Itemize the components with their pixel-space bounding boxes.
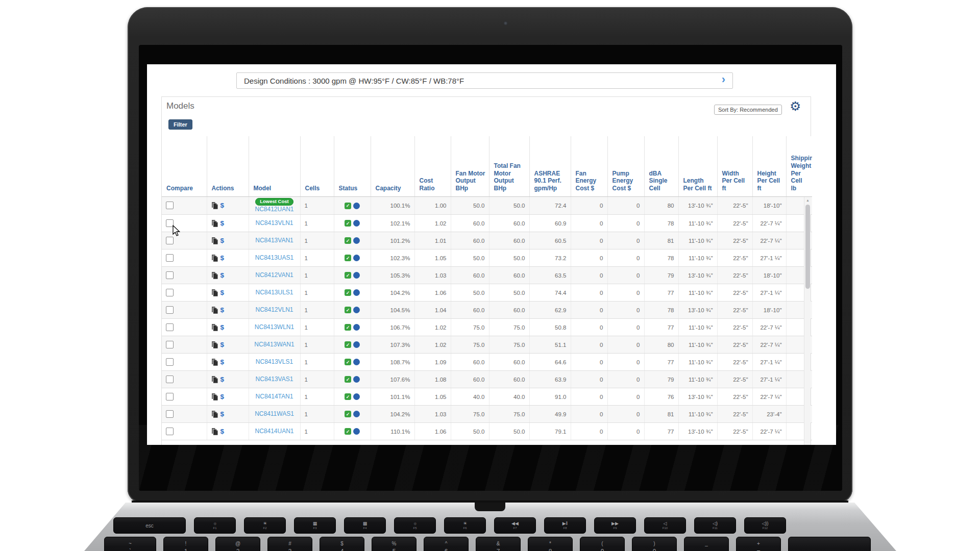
keyboard-number-row: ~`!1@2#3$4%5^6&7*8(9)0_-+=delete (104, 537, 871, 551)
copy-icon[interactable] (211, 393, 218, 400)
compare-checkbox[interactable] (166, 306, 174, 314)
keyboard-key-f6: ☀F6 (444, 517, 486, 534)
cell-fan-energy-cost: 0 (571, 354, 607, 371)
copy-icon[interactable] (211, 307, 218, 314)
cell-cost-ratio: 1.03 (414, 406, 451, 423)
green-check-icon: ✓ (345, 237, 351, 244)
cell-fan-bhp: 40.0 (451, 388, 489, 406)
model-link[interactable]: NC8412VLN1 (255, 306, 293, 313)
cost-dollar-icon[interactable]: $ (220, 271, 225, 279)
cell-status: ✓ (334, 215, 371, 232)
compare-checkbox[interactable] (166, 289, 174, 296)
compare-checkbox[interactable] (166, 202, 174, 209)
copy-icon[interactable] (211, 202, 218, 209)
chevron-right-icon[interactable]: › (722, 74, 725, 85)
column-header-dba: dBA Single Cell (644, 136, 678, 196)
cell-fan-energy-cost: 0 (571, 371, 607, 388)
blue-seal-icon (353, 376, 360, 383)
cell-dba: 77 (644, 319, 678, 336)
copy-icon[interactable] (211, 376, 218, 383)
cost-dollar-icon[interactable]: $ (220, 254, 225, 262)
design-conditions-bar[interactable]: Design Conditions : 3000 gpm @ HW:95°F /… (236, 72, 733, 89)
copy-icon[interactable] (211, 289, 218, 296)
compare-checkbox[interactable] (166, 271, 174, 279)
cell-fan-energy-cost: 0 (571, 196, 607, 215)
compare-checkbox[interactable] (166, 393, 174, 400)
cell-fan-bhp: 75.0 (451, 319, 489, 336)
keyboard-key-delete: delete (788, 537, 871, 551)
cell-total-fan-bhp: 75.0 (489, 319, 529, 336)
copy-icon[interactable] (211, 237, 218, 244)
model-link[interactable]: NC8413VLN1 (255, 219, 293, 227)
column-header-actions: Actions (207, 136, 249, 196)
cost-dollar-icon[interactable]: $ (220, 306, 225, 314)
compare-checkbox[interactable] (166, 410, 174, 418)
cell-length: 11'-10 ¾" (678, 406, 717, 423)
cost-dollar-icon[interactable]: $ (220, 375, 225, 383)
cell-length: 11'-10 ¾" (678, 371, 717, 388)
cell-model: NC8413VAS1 (249, 371, 300, 388)
copy-icon[interactable] (211, 255, 218, 262)
cell-model: NC8413WLN1 (249, 319, 300, 336)
copy-icon[interactable] (211, 359, 218, 366)
column-header-height: Height Per Cell ft (752, 136, 786, 196)
cell-fan-bhp: 50.0 (451, 284, 489, 302)
cell-status: ✓ (334, 336, 371, 354)
compare-checkbox[interactable] (166, 358, 174, 366)
filter-button[interactable]: Filter (168, 119, 192, 130)
cost-dollar-icon[interactable]: $ (220, 289, 225, 296)
model-link[interactable]: NC8413WAN1 (254, 341, 294, 348)
cell-fan-bhp: 60.0 (451, 302, 489, 319)
model-link[interactable]: NC8413VAS1 (256, 375, 293, 383)
model-link[interactable]: NC8414TAN1 (256, 393, 293, 400)
blue-seal-icon (353, 289, 360, 296)
model-link[interactable]: NC8413ULS1 (255, 289, 293, 296)
cell-pump-energy-cost: 0 (607, 196, 644, 215)
gear-icon[interactable]: ⚙ (790, 99, 801, 114)
cost-dollar-icon[interactable]: $ (220, 393, 225, 400)
keyboard-key-f10: ◁F10 (644, 517, 686, 534)
copy-icon[interactable] (211, 411, 218, 418)
cost-dollar-icon[interactable]: $ (220, 410, 225, 418)
column-header-status: Status (334, 136, 371, 196)
model-link[interactable]: NC8411WAS1 (255, 410, 294, 417)
compare-checkbox[interactable] (166, 323, 174, 331)
model-link[interactable]: NC8413VAN1 (255, 237, 293, 244)
keyboard-key-1: !1 (163, 537, 208, 551)
cell-dba: 76 (644, 388, 678, 406)
cost-dollar-icon[interactable]: $ (220, 202, 225, 209)
compare-checkbox[interactable] (166, 341, 174, 348)
compare-checkbox[interactable] (166, 254, 174, 262)
cost-dollar-icon[interactable]: $ (220, 341, 225, 348)
blue-seal-icon (353, 203, 360, 209)
table-scrollbar[interactable]: ▲ (804, 197, 811, 445)
model-link[interactable]: NC8412UAN1 (255, 206, 293, 213)
cost-dollar-icon[interactable]: $ (220, 219, 225, 227)
cell-fan-bhp: 60.0 (451, 215, 489, 232)
cell-total-fan-bhp: 75.0 (489, 336, 529, 354)
scrollbar-thumb[interactable] (805, 205, 810, 289)
table-row: $NC8413WAN11✓107.3%1.0275.075.051.100801… (162, 336, 812, 354)
copy-icon[interactable] (211, 341, 218, 348)
model-link[interactable]: NC8413UAS1 (255, 254, 293, 261)
compare-checkbox[interactable] (166, 375, 174, 383)
model-link[interactable]: NC8413WLN1 (255, 323, 294, 331)
cost-dollar-icon[interactable]: $ (220, 323, 225, 331)
cost-dollar-icon[interactable]: $ (220, 237, 225, 244)
compare-checkbox[interactable] (166, 237, 174, 244)
keyboard-key-8: *8 (528, 537, 573, 551)
copy-icon[interactable] (211, 272, 218, 279)
model-link[interactable]: NC8413VLS1 (256, 358, 293, 365)
cell-cells: 1 (300, 388, 334, 406)
sort-by-button[interactable]: Sort By: Recommended (714, 105, 782, 115)
cell-capacity: 104.2% (371, 406, 414, 423)
copy-icon[interactable] (211, 324, 218, 331)
cost-dollar-icon[interactable]: $ (220, 358, 225, 366)
column-header-shipping-weight: Shipping Weight Per Cell lb (786, 136, 812, 196)
cell-capacity: 107.3% (371, 336, 414, 354)
copy-icon[interactable] (211, 220, 218, 227)
keyboard-key-`: ~` (104, 537, 156, 551)
model-link[interactable]: NC8412VAN1 (255, 271, 293, 279)
scrollbar-up-arrow-icon[interactable]: ▲ (804, 197, 811, 204)
cell-cells: 1 (300, 302, 334, 319)
